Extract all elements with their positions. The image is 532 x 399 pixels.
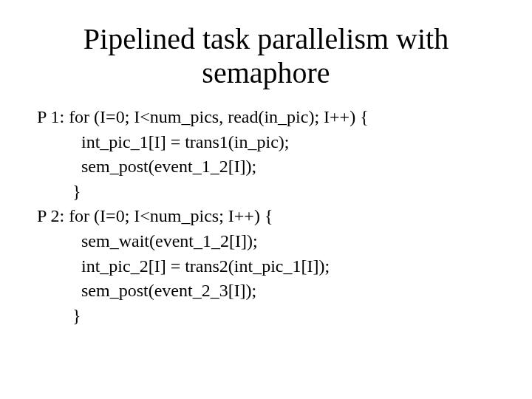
- code-line: P 1: for (I=0; I<num_pics, read(in_pic);…: [37, 105, 495, 130]
- code-line: }: [37, 304, 495, 329]
- code-line: int_pic_1[I] = trans1(in_pic);: [37, 130, 495, 155]
- title-line-1: Pipelined task parallelism with: [83, 22, 449, 55]
- code-line: sem_post(event_1_2[I]);: [37, 154, 495, 180]
- slide-title: Pipelined task parallelism with semaphor…: [37, 22, 495, 90]
- code-line: int_pic_2[I] = trans2(int_pic_1[I]);: [37, 254, 495, 279]
- code-line: }: [37, 180, 495, 205]
- code-line: sem_wait(event_1_2[I]);: [37, 229, 495, 254]
- title-line-2: semaphore: [202, 56, 330, 89]
- code-block: P 1: for (I=0; I<num_pics, read(in_pic);…: [37, 105, 495, 328]
- code-line: P 2: for (I=0; I<num_pics; I++) {: [37, 204, 495, 229]
- code-line: sem_post(event_2_3[I]);: [37, 279, 495, 304]
